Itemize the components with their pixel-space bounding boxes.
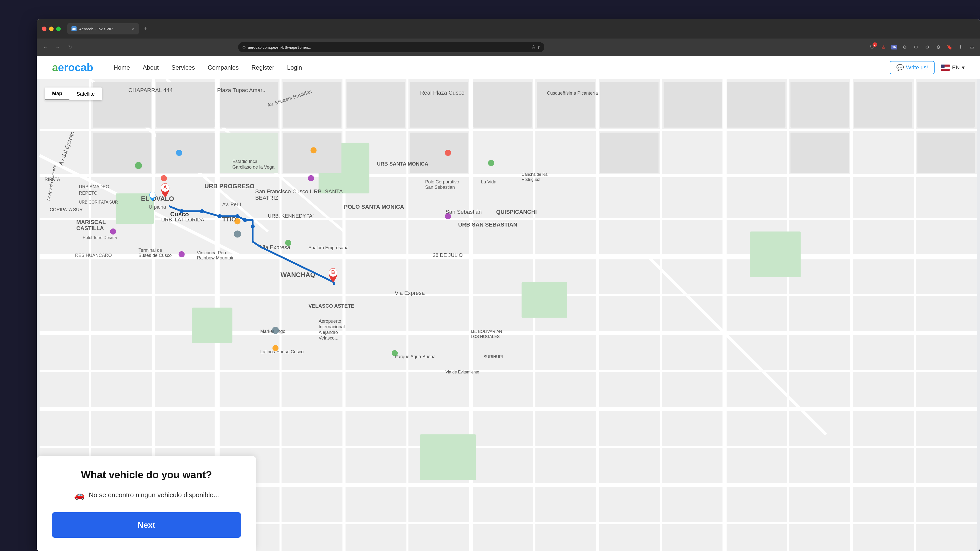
refresh-button[interactable]: ↻ (65, 43, 75, 52)
language-selector[interactable]: EN ▾ (941, 64, 965, 71)
back-button[interactable]: ← (41, 43, 50, 52)
extension-icon-1[interactable]: ⚙ (901, 43, 908, 51)
satellite-view-button[interactable]: Satellite (69, 87, 102, 100)
nav-register[interactable]: Register (251, 64, 274, 71)
no-vehicle-text: No se encontro ningun vehiculo disponibl… (89, 491, 219, 499)
extension-icon-3[interactable]: ⚙ (923, 43, 931, 51)
svg-text:CHAPARRAL 444: CHAPARRAL 444 (128, 87, 173, 94)
nav-home[interactable]: Home (114, 64, 130, 71)
svg-text:URB PROGRESO: URB PROGRESO (204, 183, 255, 189)
forward-button[interactable]: → (53, 43, 62, 52)
nav-login[interactable]: Login (287, 64, 302, 71)
close-button[interactable] (42, 27, 46, 31)
svg-point-144 (150, 192, 155, 198)
tab-favicon: ae (72, 26, 76, 32)
brave-shield-icon[interactable]: 🛡 1 (869, 43, 876, 51)
svg-rect-42 (410, 82, 468, 127)
vehicle-selection-panel: What vehicle do you want? 🚗 No se encont… (37, 456, 256, 551)
svg-text:Plaza Tupac Amaru: Plaza Tupac Amaru (217, 87, 266, 94)
svg-text:Aeropuerto: Aeropuerto (318, 319, 341, 324)
tab-title: Aerocab - Taxis VIP (79, 27, 129, 31)
svg-rect-34 (750, 231, 800, 277)
share-icon[interactable]: ⬆ (537, 45, 540, 50)
map-view-button[interactable]: Map (45, 87, 69, 100)
svg-point-118 (135, 162, 142, 169)
fullscreen-button[interactable] (56, 27, 61, 31)
browser-tab[interactable]: ae Aerocab - Taxis VIP ✕ (67, 23, 139, 35)
logo-a: a (52, 62, 58, 73)
svg-point-127 (234, 218, 240, 224)
next-button[interactable]: Next (52, 512, 241, 538)
nav-services[interactable]: Services (172, 64, 195, 71)
svg-text:28 DE JULIO: 28 DE JULIO (433, 252, 463, 258)
svg-text:Via de Evitamiento: Via de Evitamiento (445, 370, 479, 374)
svg-text:Buses de Cusco: Buses de Cusco (138, 253, 172, 258)
svg-rect-50 (917, 82, 975, 127)
svg-text:Hotel Torre Dorada: Hotel Torre Dorada (83, 235, 117, 240)
svg-rect-40 (283, 82, 342, 127)
svg-text:CORIPATA SUR: CORIPATA SUR (50, 207, 83, 212)
svg-point-121 (310, 147, 317, 153)
bookmark-icon[interactable]: 🔖 (946, 43, 953, 51)
nav-about[interactable]: About (143, 64, 159, 71)
svg-point-137 (235, 214, 239, 218)
svg-text:Rainbow Mountain: Rainbow Mountain (197, 256, 234, 260)
svg-text:Av. Perú: Av. Perú (222, 202, 241, 207)
svg-text:A: A (163, 184, 167, 190)
address-bar: ← → ↻ ⚙ aerocab.com.pe/en-US/viajar?orie… (37, 38, 980, 56)
svg-text:Polo Corporativo: Polo Corporativo (425, 179, 459, 184)
nav-companies[interactable]: Companies (208, 64, 239, 71)
svg-text:Garcilaso de la Vega: Garcilaso de la Vega (232, 165, 274, 170)
svg-rect-43 (473, 82, 532, 127)
nav-actions: 💬 Write us! EN ▾ (890, 61, 965, 74)
extensions-badge[interactable]: 16 (891, 45, 897, 49)
svg-point-131 (272, 327, 279, 334)
svg-point-128 (285, 240, 291, 246)
svg-point-135 (200, 209, 204, 213)
extension-icon-4[interactable]: ⚙ (935, 43, 942, 51)
svg-rect-35 (420, 434, 476, 480)
svg-text:Estadio Inca: Estadio Inca (232, 159, 257, 164)
svg-text:VELASCO ASTETE: VELASCO ASTETE (309, 303, 354, 309)
svg-point-133 (392, 350, 398, 356)
browser-extensions: 🛡 1 ⚠ 16 ⚙ ⚙ ⚙ ⚙ 🔖 ⬇ ▭ (869, 43, 976, 51)
svg-text:San Sebastián: San Sebastián (445, 209, 482, 215)
svg-text:La Vida: La Vida (481, 179, 496, 184)
svg-text:RES HUANCARO: RES HUANCARO (75, 253, 112, 258)
warning-icon[interactable]: ⚠ (880, 43, 887, 51)
map-container: CHAPARRAL 444 Plaza Tupac Amaru Av. Mica… (37, 79, 980, 551)
svg-rect-55 (410, 133, 468, 173)
svg-text:CASTILLA: CASTILLA (76, 225, 104, 231)
svg-rect-52 (156, 133, 215, 173)
minimize-button[interactable] (49, 27, 54, 31)
logo[interactable]: aerocab (52, 62, 93, 74)
svg-text:BEATRIZ: BEATRIZ (255, 195, 278, 201)
svg-text:San Francisco Cusco URB. SANTA: San Francisco Cusco URB. SANTA (255, 188, 343, 195)
svg-text:LOS NOGALES: LOS NOGALES (471, 334, 500, 339)
car-icon: 🚗 (74, 490, 85, 500)
svg-text:URB. KENNEDY "A": URB. KENNEDY "A" (268, 213, 314, 219)
download-icon[interactable]: ⬇ (957, 43, 965, 51)
new-tab-button[interactable]: + (142, 25, 150, 33)
svg-text:Parque Agua Buena: Parque Agua Buena (395, 354, 436, 359)
svg-text:URB SANTA MONICA: URB SANTA MONICA (377, 161, 428, 167)
svg-point-136 (218, 214, 222, 218)
logo-rest: erocab (58, 62, 93, 73)
svg-text:Velasco...: Velasco... (318, 335, 339, 341)
url-bar[interactable]: ⚙ aerocab.com.pe/en-US/viajar?orien... A… (238, 42, 544, 52)
svg-point-138 (243, 218, 247, 222)
svg-text:URB AMADEO: URB AMADEO (79, 184, 109, 189)
translate-icon[interactable]: A (532, 45, 535, 49)
tab-close-icon[interactable]: ✕ (132, 27, 135, 31)
sidebar-icon[interactable]: ▭ (968, 43, 976, 51)
svg-text:Latinos House Cusco: Latinos House Cusco (260, 349, 304, 354)
svg-text:I.E. BOLIVARIAN: I.E. BOLIVARIAN (471, 329, 502, 333)
write-us-button[interactable]: 💬 Write us! (890, 61, 935, 74)
extension-icon-2[interactable]: ⚙ (912, 43, 920, 51)
svg-text:POLO SANTA MONICA: POLO SANTA MONICA (344, 203, 404, 210)
svg-text:Rodriguez: Rodriguez (522, 177, 540, 182)
svg-point-120 (308, 175, 314, 181)
svg-text:URB. LA FLORIDA: URB. LA FLORIDA (161, 217, 204, 222)
titlebar: ae Aerocab - Taxis VIP ✕ + (37, 19, 980, 38)
svg-rect-56 (600, 133, 659, 173)
